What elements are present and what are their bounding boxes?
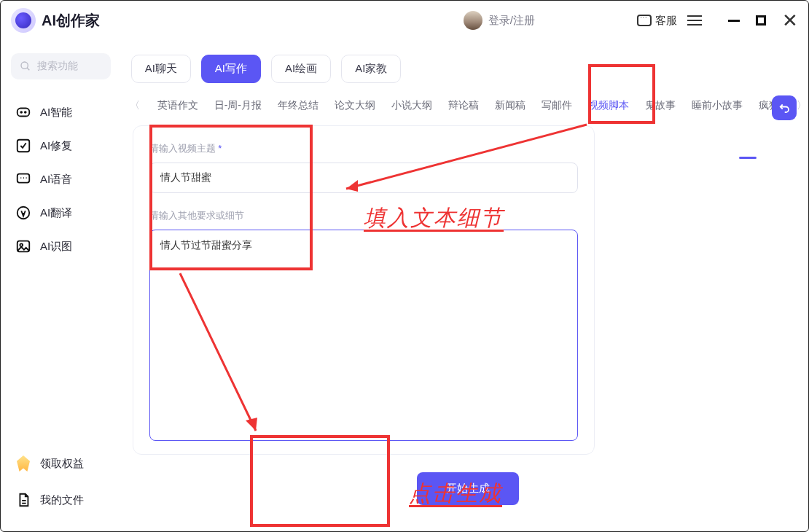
cat-news[interactable]: 新闻稿 — [495, 99, 525, 112]
sidebar-item-rewards[interactable]: 领取权益 — [11, 445, 111, 482]
sidebar-item-ai-smart[interactable]: AI智能 — [11, 95, 111, 129]
cat-novel-outline[interactable]: 小说大纲 — [391, 99, 432, 112]
tab-write[interactable]: AI写作 — [201, 55, 261, 83]
svg-point-3 — [20, 112, 22, 113]
extra-label: 请输入其他要求或细节 — [149, 209, 578, 222]
cat-reports[interactable]: 日-周-月报 — [214, 99, 262, 112]
cat-email[interactable]: 写邮件 — [542, 99, 572, 112]
chevron-right-icon[interactable]: 〉 — [795, 99, 808, 112]
sidebar-item-ai-repair[interactable]: AI修复 — [11, 129, 111, 163]
tab-chat[interactable]: AI聊天 — [131, 55, 191, 83]
maximize-button[interactable] — [756, 15, 766, 26]
svg-rect-2 — [17, 109, 30, 117]
app-title: AI创作家 — [42, 11, 100, 31]
chat-bubble-icon — [637, 15, 652, 26]
support-button[interactable]: 客服 — [637, 14, 677, 28]
sidebar-item-ai-translate[interactable]: AI翻译 — [11, 196, 111, 230]
hamburger-icon[interactable] — [687, 20, 702, 21]
sidebar-item-label: 领取权益 — [40, 457, 84, 471]
file-icon — [15, 492, 31, 508]
translate-icon — [15, 205, 31, 221]
brackets-icon — [15, 104, 31, 120]
category-row: 〈 英语作文 日-周-月报 年终总结 论文大纲 小说大纲 辩论稿 新闻稿 写邮件… — [128, 96, 808, 125]
topic-label: 请输入视频主题 — [149, 142, 578, 155]
extra-textarea[interactable] — [149, 230, 578, 441]
cat-bedtime-story[interactable]: 睡前小故事 — [692, 99, 743, 112]
sidebar-item-my-files[interactable]: 我的文件 — [11, 482, 111, 518]
tab-tutor[interactable]: AI家教 — [341, 55, 401, 83]
support-label: 客服 — [655, 14, 677, 28]
avatar[interactable] — [464, 11, 482, 30]
chevron-left-icon[interactable]: 〈 — [128, 99, 141, 112]
image-icon — [15, 238, 31, 254]
svg-point-4 — [25, 112, 26, 113]
mode-tabs: AI聊天 AI写作 AI绘画 AI家教 — [128, 50, 808, 96]
return-arrow-icon — [778, 101, 791, 114]
sidebar-item-label: 我的文件 — [40, 493, 84, 507]
window-controls: ✕ — [728, 9, 798, 32]
tab-paint[interactable]: AI绘画 — [271, 55, 331, 83]
sidebar-item-label: AI翻译 — [40, 206, 72, 220]
svg-point-0 — [21, 62, 28, 69]
cat-ghost-story[interactable]: 鬼故事 — [645, 99, 676, 112]
speech-icon — [15, 171, 31, 187]
sidebar-item-ai-voice[interactable]: AI语音 — [11, 163, 111, 196]
sidebar: 搜索功能 AI智能 AI修复 AI语音 AI翻译 AI识图 — [1, 40, 121, 531]
main-panel: AI聊天 AI写作 AI绘画 AI家教 〈 英语作文 日-周-月报 年终总结 论… — [121, 40, 808, 531]
minimize-button[interactable] — [728, 20, 740, 22]
generate-button[interactable]: 开始生成 — [417, 472, 519, 505]
active-category-underline — [739, 157, 757, 159]
sparkle-frame-icon — [15, 138, 31, 154]
app-logo — [11, 8, 36, 33]
back-float-button[interactable] — [772, 95, 797, 120]
svg-line-1 — [27, 68, 29, 70]
search-input[interactable]: 搜索功能 — [11, 53, 111, 79]
cat-paper-outline[interactable]: 论文大纲 — [335, 99, 375, 112]
close-button[interactable]: ✕ — [782, 9, 798, 32]
sidebar-item-ai-image[interactable]: AI识图 — [11, 230, 111, 263]
search-placeholder: 搜索功能 — [37, 60, 78, 73]
sidebar-item-label: AI修复 — [40, 139, 72, 153]
cat-year-summary[interactable]: 年终总结 — [278, 99, 318, 112]
svg-point-9 — [20, 243, 23, 246]
search-icon — [20, 60, 31, 72]
titlebar: AI创作家 登录/注册 客服 ✕ — [1, 1, 808, 40]
sidebar-item-label: AI识图 — [40, 240, 72, 254]
cat-debate[interactable]: 辩论稿 — [448, 99, 479, 112]
topic-input[interactable] — [149, 163, 578, 193]
login-link[interactable]: 登录/注册 — [488, 14, 535, 28]
cat-english-essay[interactable]: 英语作文 — [157, 99, 198, 112]
sidebar-item-label: AI语音 — [40, 173, 72, 187]
cat-video-script[interactable]: 视频脚本 — [588, 99, 629, 112]
form-card: 请输入视频主题 请输入其他要求或细节 — [133, 125, 595, 455]
sidebar-item-label: AI智能 — [40, 106, 72, 120]
medal-icon — [15, 455, 31, 472]
